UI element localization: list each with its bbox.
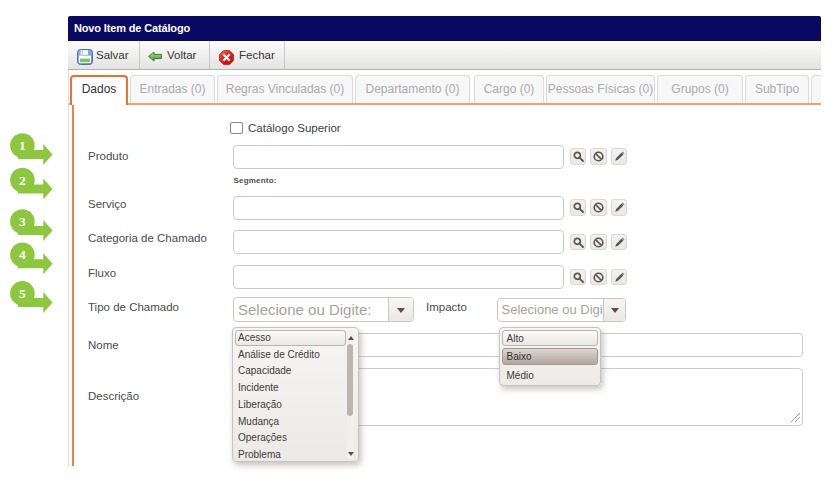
svg-text:1: 1	[19, 138, 26, 153]
svg-text:2: 2	[19, 173, 26, 188]
svg-text:4: 4	[19, 247, 26, 262]
svg-text:3: 3	[19, 214, 26, 229]
svg-text:5: 5	[19, 286, 26, 301]
